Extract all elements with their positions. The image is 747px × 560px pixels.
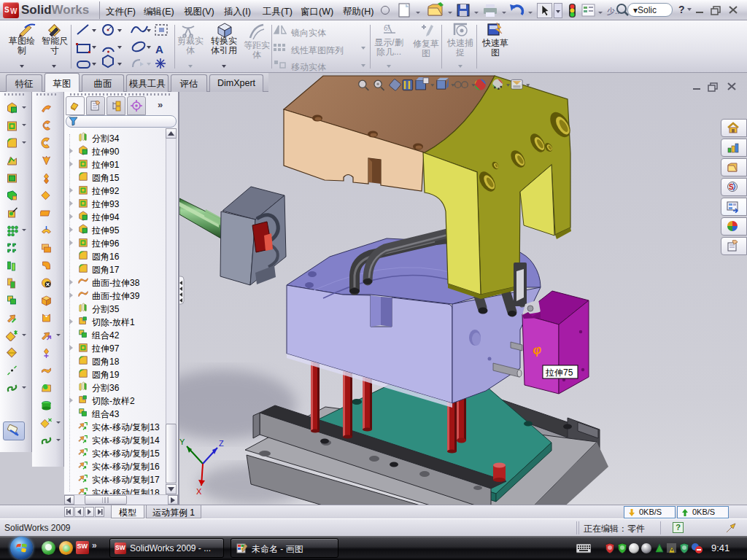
svg-text:Z: Z [219, 439, 224, 448]
svg-text:X: X [196, 487, 202, 496]
svg-text:Y: Y [179, 438, 185, 446]
svg-text:拉伸75: 拉伸75 [545, 368, 573, 378]
